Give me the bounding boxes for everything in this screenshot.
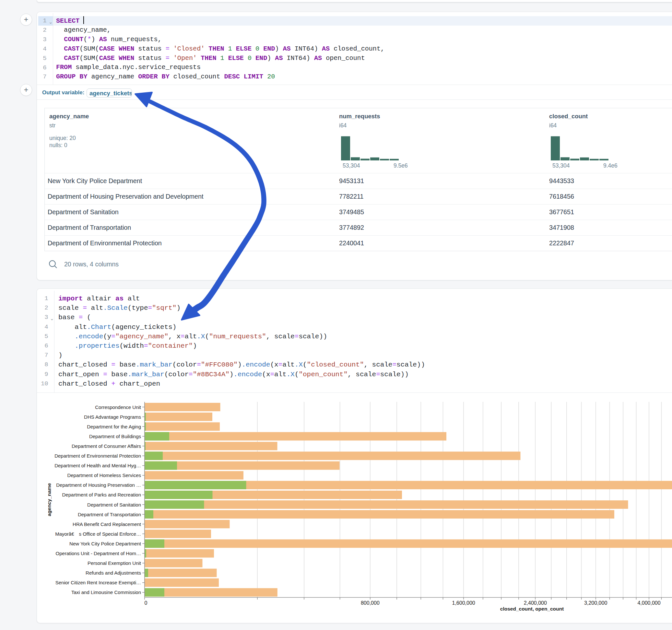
svg-text:closed_count, open_count: closed_count, open_count <box>500 606 564 611</box>
svg-text:Senior Citizen Rent Increase E: Senior Citizen Rent Increase Exempti… <box>55 580 141 585</box>
svg-text:Department of Sanitation: Department of Sanitation <box>87 502 141 508</box>
svg-text:agency_name: agency_name <box>46 483 52 516</box>
svg-text:New York City Police Departmen: New York City Police Department <box>69 541 141 547</box>
svg-text:Operations Unit - Department o: Operations Unit - Department of Hom… <box>56 551 141 556</box>
svg-text:Department for the Aging: Department for the Aging <box>87 424 141 429</box>
svg-text:2,400,000: 2,400,000 <box>524 600 547 606</box>
svg-text:Department of Homeless Service: Department of Homeless Services <box>67 472 141 478</box>
svg-text:4,000,000: 4,000,000 <box>637 600 660 606</box>
svg-text:1,600,000: 1,600,000 <box>452 600 475 606</box>
svg-text:Department of Housing Preserva: Department of Housing Preservation … <box>56 482 141 488</box>
svg-text:DHS Advantage Programs: DHS Advantage Programs <box>84 414 141 420</box>
svg-text:3,200,000: 3,200,000 <box>584 600 607 606</box>
svg-text:Correspondence Unit: Correspondence Unit <box>95 405 141 410</box>
svg-text:Refunds and Adjustments: Refunds and Adjustments <box>86 570 141 576</box>
svg-text:HRA Benefit Card Replacement: HRA Benefit Card Replacement <box>73 522 141 527</box>
svg-text:0: 0 <box>145 600 147 606</box>
svg-text:800,000: 800,000 <box>361 600 380 606</box>
svg-text:Department of Buildings: Department of Buildings <box>89 434 141 439</box>
svg-text:Mayorâ€ s Office of Special En: Mayorâ€ s Office of Special Enforce… <box>55 531 141 537</box>
svg-text:Department of Transportation: Department of Transportation <box>78 512 141 517</box>
svg-text:Taxi and Limousine Commission: Taxi and Limousine Commission <box>71 589 141 595</box>
svg-text:Department of Health and Menta: Department of Health and Mental Hyg… <box>54 463 141 468</box>
svg-text:Department of Consumer Affairs: Department of Consumer Affairs <box>72 443 141 449</box>
svg-text:Department of Parks and Recrea: Department of Parks and Recreation <box>62 492 141 498</box>
svg-text:Department of Environmental Pr: Department of Environmental Protection <box>54 453 141 459</box>
svg-text:Personal Exemption Unit: Personal Exemption Unit <box>88 560 141 566</box>
